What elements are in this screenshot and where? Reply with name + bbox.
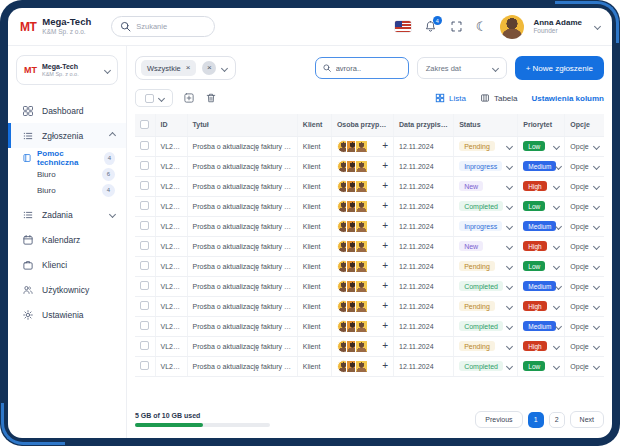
- user-menu-chevron-icon[interactable]: [594, 23, 601, 30]
- row-checkbox[interactable]: [140, 181, 149, 190]
- delete-button[interactable]: [205, 92, 217, 104]
- sidebar-subitem[interactable]: Pomoc techniczna 4: [8, 150, 126, 166]
- sidebar-subitem[interactable]: Biuro 6: [8, 166, 126, 182]
- priority-chevron-icon[interactable]: [553, 142, 560, 149]
- table-row[interactable]: VL2632 Prośba o aktualizację faktury za …: [135, 336, 604, 356]
- status-chevron-icon[interactable]: [506, 142, 513, 149]
- row-checkbox[interactable]: [140, 241, 149, 250]
- options-chevron-icon[interactable]: [593, 302, 600, 309]
- row-checkbox[interactable]: [140, 161, 149, 170]
- table-row[interactable]: VL2632 Prośba o aktualizację faktury za …: [135, 256, 604, 276]
- table-row[interactable]: VL2632 Prośba o aktualizację faktury za …: [135, 156, 604, 176]
- priority-chevron-icon[interactable]: [553, 202, 560, 209]
- options-chevron-icon[interactable]: [593, 262, 600, 269]
- row-checkbox[interactable]: [140, 341, 149, 350]
- priority-chevron-icon[interactable]: [553, 362, 560, 369]
- pagination-previous-button[interactable]: Previous: [475, 411, 522, 428]
- table-row[interactable]: VL2632 Prośba o aktualizację faktury za …: [135, 216, 604, 236]
- priority-chevron-icon[interactable]: [555, 322, 562, 329]
- table-row[interactable]: VL2632 Prośba o aktualizację faktury za …: [135, 176, 604, 196]
- add-assignee-button[interactable]: +: [382, 321, 388, 331]
- add-assignee-button[interactable]: +: [382, 141, 388, 151]
- add-assignee-button[interactable]: +: [382, 241, 388, 251]
- add-assignee-button[interactable]: +: [382, 221, 388, 231]
- ticket-search-input[interactable]: [336, 64, 400, 73]
- options-chevron-icon[interactable]: [593, 142, 600, 149]
- add-assignee-button[interactable]: +: [382, 181, 388, 191]
- status-chevron-icon[interactable]: [506, 202, 513, 209]
- table-row[interactable]: VL2632 Prośba o aktualizację faktury za …: [135, 296, 604, 316]
- options-chevron-icon[interactable]: [593, 342, 600, 349]
- sidebar-item-kalendarz[interactable]: Kalendarz: [8, 227, 126, 252]
- expand-chevron-icon[interactable]: [109, 211, 116, 218]
- status-chevron-icon[interactable]: [506, 362, 513, 369]
- new-ticket-button[interactable]: + Nowe zgłoszenie: [515, 56, 604, 80]
- priority-chevron-icon[interactable]: [553, 182, 560, 189]
- priority-chevron-icon[interactable]: [553, 302, 560, 309]
- options-chevron-icon[interactable]: [593, 182, 600, 189]
- collapse-chevron-icon[interactable]: [109, 132, 116, 139]
- sidebar-item-uzytkownicy[interactable]: Użytkownicy: [8, 277, 126, 302]
- notifications-button[interactable]: 4: [424, 20, 437, 33]
- options-chevron-icon[interactable]: [593, 222, 600, 229]
- user-avatar[interactable]: [500, 15, 524, 39]
- table-row[interactable]: VL2632 Prośba o aktualizację faktury za …: [135, 276, 604, 296]
- options-chevron-icon[interactable]: [593, 162, 600, 169]
- duplicate-button[interactable]: [183, 92, 195, 104]
- bulk-select-checkbox[interactable]: [145, 94, 154, 103]
- sidebar-item-zgloszenia[interactable]: Zgłoszenia: [8, 123, 126, 148]
- add-assignee-button[interactable]: +: [382, 301, 388, 311]
- status-chevron-icon[interactable]: [506, 242, 513, 249]
- priority-chevron-icon[interactable]: [555, 282, 562, 289]
- view-toggle-lista[interactable]: Lista: [435, 93, 466, 103]
- sidebar-subitem[interactable]: Biuro 4: [8, 182, 126, 198]
- dark-mode-toggle[interactable]: ☾: [476, 20, 488, 33]
- status-chevron-icon[interactable]: [506, 342, 513, 349]
- options-chevron-icon[interactable]: [593, 322, 600, 329]
- table-row[interactable]: VL2632 Prośba o aktualizację faktury za …: [135, 136, 604, 156]
- add-assignee-button[interactable]: +: [382, 261, 388, 271]
- language-flag-icon[interactable]: [395, 21, 411, 32]
- chip-close-icon[interactable]: ×: [186, 64, 191, 72]
- options-chevron-icon[interactable]: [593, 242, 600, 249]
- table-row[interactable]: VL2632 Prośba o aktualizację faktury za …: [135, 236, 604, 256]
- global-search[interactable]: [111, 16, 215, 37]
- priority-chevron-icon[interactable]: [555, 222, 562, 229]
- clear-filters-button[interactable]: ×: [202, 61, 216, 75]
- pagination-page-1[interactable]: 1: [528, 412, 544, 428]
- table-row[interactable]: VL2632 Prośba o aktualizację faktury za …: [135, 196, 604, 216]
- view-toggle-tabela[interactable]: Tabela: [480, 93, 518, 103]
- company-selector[interactable]: MT Mega-Tech K&M Sp. z o.o.: [16, 55, 118, 85]
- fullscreen-button[interactable]: [450, 20, 463, 33]
- bulk-select-dropdown[interactable]: [135, 89, 173, 107]
- row-checkbox[interactable]: [140, 261, 149, 270]
- sidebar-item-ustawienia[interactable]: Ustawienia: [8, 302, 126, 327]
- status-chevron-icon[interactable]: [506, 282, 513, 289]
- row-checkbox[interactable]: [140, 301, 149, 310]
- status-chevron-icon[interactable]: [506, 322, 513, 329]
- global-search-input[interactable]: [136, 22, 206, 31]
- pagination-page-2[interactable]: 2: [549, 412, 565, 428]
- status-chevron-icon[interactable]: [506, 162, 513, 169]
- row-checkbox[interactable]: [140, 221, 149, 230]
- row-checkbox[interactable]: [140, 321, 149, 330]
- add-assignee-button[interactable]: +: [382, 341, 388, 351]
- add-assignee-button[interactable]: +: [382, 201, 388, 211]
- add-assignee-button[interactable]: +: [382, 361, 388, 371]
- row-checkbox[interactable]: [140, 281, 149, 290]
- priority-chevron-icon[interactable]: [553, 242, 560, 249]
- status-chevron-icon[interactable]: [506, 302, 513, 309]
- priority-chevron-icon[interactable]: [553, 262, 560, 269]
- status-chevron-icon[interactable]: [506, 222, 513, 229]
- status-chevron-icon[interactable]: [506, 182, 513, 189]
- add-assignee-button[interactable]: +: [382, 281, 388, 291]
- row-checkbox[interactable]: [140, 141, 149, 150]
- options-chevron-icon[interactable]: [593, 202, 600, 209]
- column-settings-button[interactable]: Ustawienia kolumn: [532, 94, 604, 103]
- select-all-checkbox[interactable]: [140, 120, 149, 129]
- sidebar-item-klienci[interactable]: Klienci: [8, 252, 126, 277]
- options-chevron-icon[interactable]: [593, 362, 600, 369]
- row-checkbox[interactable]: [140, 201, 149, 210]
- sidebar-item-dashboard[interactable]: Dashboard: [8, 98, 126, 123]
- priority-chevron-icon[interactable]: [553, 342, 560, 349]
